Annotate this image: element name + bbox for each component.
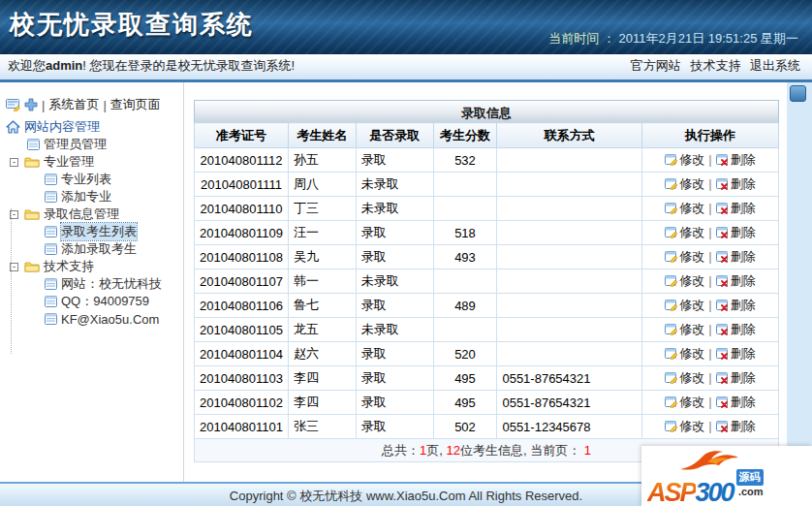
edit-link[interactable]: 修改 <box>665 346 704 361</box>
delete-link[interactable]: 删除 <box>716 249 756 264</box>
edit-icon <box>665 323 678 335</box>
edit-link[interactable]: 修改 <box>665 249 704 264</box>
edit-icon <box>665 153 678 166</box>
action-separator: | <box>708 249 711 264</box>
edit-link[interactable]: 修改 <box>665 395 704 409</box>
row-actions: 修改|删除 <box>642 366 779 391</box>
delete-link[interactable]: 删除 <box>716 225 756 239</box>
delete-label: 删除 <box>731 176 756 191</box>
document-icon <box>45 174 57 185</box>
edit-icon <box>665 347 678 360</box>
tech-support-link[interactable]: 技术支持 <box>690 58 740 73</box>
edit-link[interactable]: 修改 <box>665 152 704 167</box>
student-score: 493 <box>433 245 497 269</box>
sidebar-item-管理员管理[interactable]: 管理员管理 <box>6 136 183 153</box>
row-actions: 修改|删除 <box>642 197 779 221</box>
sidebar-root-label: 网站内容管理 <box>24 118 100 136</box>
sidebar-item-KF@Xiao5u.Com[interactable]: KF@Xiao5u.Com <box>6 310 183 328</box>
delete-icon <box>716 153 730 166</box>
student-score: 495 <box>433 366 497 391</box>
table-row: 201040801112孙五录取532修改|删除 <box>195 148 779 173</box>
delete-icon <box>716 299 730 311</box>
delete-link[interactable]: 删除 <box>716 370 756 385</box>
sidebar-item-录取信息管理[interactable]: -录取信息管理 <box>6 206 183 223</box>
delete-link[interactable]: 删除 <box>716 152 756 167</box>
admission-table: 录取信息 准考证号考生姓名是否录取考生分数联系方式执行操作 2010408011… <box>194 100 779 462</box>
delete-link[interactable]: 删除 <box>716 419 756 433</box>
student-name: 赵六 <box>288 342 356 366</box>
official-site-link[interactable]: 官方网站 <box>631 58 681 73</box>
document-icon <box>45 313 57 325</box>
edit-link[interactable]: 修改 <box>665 322 704 336</box>
contact-info: 0551-87654321 <box>497 366 642 391</box>
action-separator: | <box>708 346 711 361</box>
delete-link[interactable]: 删除 <box>716 273 756 288</box>
sidebar-item-录取考生列表[interactable]: 录取考生列表 <box>6 223 183 240</box>
action-separator: | <box>708 395 711 409</box>
header-links: 官方网站 技术支持 退出系统 <box>625 57 800 75</box>
contact-info <box>497 294 642 318</box>
edit-label: 修改 <box>679 346 704 361</box>
welcome-suffix: ! 您现在登录的是校无忧录取查询系统! <box>82 58 295 73</box>
edit-link[interactable]: 修改 <box>665 298 704 312</box>
contact-info <box>497 221 642 245</box>
edit-icon <box>665 299 678 311</box>
edit-link[interactable]: 修改 <box>665 419 704 433</box>
edit-icon <box>665 202 678 214</box>
document-icon <box>45 296 57 307</box>
delete-link[interactable]: 删除 <box>716 346 756 361</box>
folder-icon <box>24 208 40 220</box>
edit-label: 修改 <box>679 273 704 288</box>
student-name: 鲁七 <box>288 294 356 318</box>
delete-link[interactable]: 删除 <box>716 201 756 215</box>
sidebar-item-添加专业[interactable]: 添加专业 <box>6 188 183 206</box>
edit-icon <box>665 250 678 263</box>
contact-info <box>497 318 642 342</box>
collapse-button[interactable] <box>790 85 806 102</box>
student-score <box>433 173 497 197</box>
delete-link[interactable]: 删除 <box>716 322 756 336</box>
contact-info <box>497 245 642 269</box>
sidebar-item-QQ：94009759[interactable]: QQ：94009759 <box>6 293 183 310</box>
ticket-number: 201040801101 <box>195 415 289 439</box>
table-row: 201040801109汪一录取518修改|删除 <box>195 221 779 245</box>
row-actions: 修改|删除 <box>642 342 779 366</box>
sidebar-item-专业列表[interactable]: 专业列表 <box>6 171 183 188</box>
action-separator: | <box>708 322 711 336</box>
student-name: 李四 <box>288 366 356 391</box>
row-actions: 修改|删除 <box>642 391 779 415</box>
ticket-number: 201040801105 <box>195 318 289 342</box>
delete-link[interactable]: 删除 <box>716 395 756 409</box>
sidebar-tree: 管理员管理-专业管理专业列表添加专业-录取信息管理录取考生列表添加录取考生-技术… <box>6 136 183 328</box>
edit-link[interactable]: 修改 <box>665 273 704 288</box>
edit-link[interactable]: 修改 <box>665 176 704 191</box>
logout-link[interactable]: 退出系统 <box>750 58 800 73</box>
sidebar-item-label: 网站：校无忧科技 <box>61 275 162 293</box>
student-name: 张三 <box>288 415 356 439</box>
delete-icon <box>716 347 730 360</box>
delete-link[interactable]: 删除 <box>716 298 756 312</box>
sidebar-item-专业管理[interactable]: -专业管理 <box>6 153 183 171</box>
edit-link[interactable]: 修改 <box>665 225 704 239</box>
delete-link[interactable]: 删除 <box>716 176 756 191</box>
sidebar-item-网站：校无忧科技[interactable]: 网站：校无忧科技 <box>6 275 183 293</box>
main-area: | 系统首页 | 查询页面 网站内容管理 管理员管理-专业管理专业列表添加专业-… <box>0 82 812 482</box>
edit-label: 修改 <box>679 176 704 191</box>
pagination-total-label: 总共： <box>382 443 420 458</box>
current-time: 当前时间 ： 2011年2月21日 19:51:25 星期一 <box>548 30 798 47</box>
logo-300: 300 <box>696 478 734 506</box>
sidebar-item-技术支持[interactable]: -技术支持 <box>6 258 183 275</box>
row-actions: 修改|删除 <box>642 415 779 439</box>
sidebar-item-添加录取考生[interactable]: 添加录取考生 <box>6 240 183 258</box>
sidebar-link-query[interactable]: 查询页面 <box>110 96 161 113</box>
edit-link[interactable]: 修改 <box>665 201 704 215</box>
sidebar-link-home[interactable]: 系统首页 <box>48 96 99 113</box>
username: admin <box>46 58 82 73</box>
edit-form-icon <box>6 98 21 111</box>
edit-link[interactable]: 修改 <box>665 370 704 385</box>
minus-expand-icon[interactable]: - <box>10 158 18 167</box>
delete-icon <box>716 202 730 214</box>
sidebar-root-item[interactable]: 网站内容管理 <box>6 118 183 136</box>
row-actions: 修改|删除 <box>642 221 779 245</box>
current-page: 1 <box>584 443 591 458</box>
